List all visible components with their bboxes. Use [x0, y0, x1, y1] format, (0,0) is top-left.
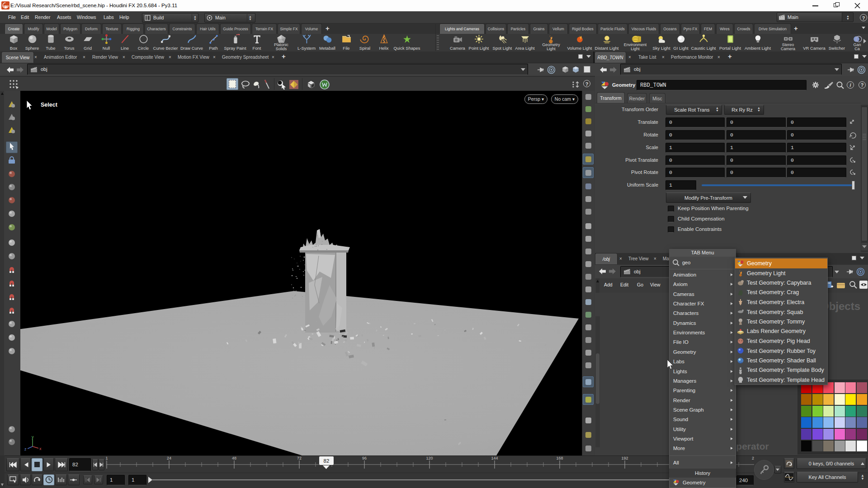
svg-text:168: 168 — [556, 456, 563, 460]
svg-text:192: 192 — [621, 456, 628, 460]
svg-text:z: z — [24, 447, 27, 451]
svg-text:2: 2 — [752, 456, 754, 460]
svg-text:144: 144 — [491, 456, 498, 460]
svg-text:1: 1 — [105, 456, 108, 460]
svg-text:24: 24 — [167, 456, 171, 460]
svg-text:96: 96 — [362, 456, 367, 460]
svg-text:72: 72 — [297, 456, 302, 460]
svg-text:y: y — [32, 435, 34, 439]
svg-text:x: x — [39, 446, 42, 451]
svg-text:48: 48 — [232, 456, 236, 460]
svg-text:120: 120 — [426, 456, 433, 460]
